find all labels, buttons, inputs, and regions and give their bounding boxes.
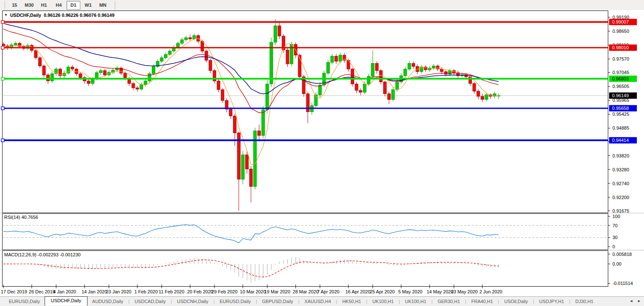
panel-borders	[0, 11, 644, 287]
svg-text:0.92740: 0.92740	[612, 181, 629, 186]
svg-text:23 May 2020: 23 May 2020	[451, 289, 478, 294]
chart-ohlc-values: 0.96126 0.96226 0.96076 0.96149	[44, 13, 114, 18]
rsi-panel: 10070300	[3, 214, 620, 249]
svg-text:7 Apr 2020: 7 Apr 2020	[317, 289, 339, 294]
ma-fast	[3, 39, 498, 165]
tab-uk100-h1[interactable]: UK100,H1	[400, 297, 431, 306]
svg-text:0.97045: 0.97045	[612, 70, 629, 75]
svg-text:11 Feb 2020: 11 Feb 2020	[159, 289, 184, 294]
tab-xauusd-h4[interactable]: XAUUSD,H4	[300, 297, 336, 306]
svg-text:10 Mar 2020: 10 Mar 2020	[240, 289, 266, 294]
svg-text:0.98010: 0.98010	[612, 45, 629, 50]
hline-handle[interactable]	[1, 139, 4, 142]
hline-handle[interactable]	[1, 107, 4, 110]
tab-usdjpy-h1[interactable]: USDJPY,H1	[535, 297, 569, 306]
hline-handle[interactable]	[1, 21, 4, 24]
chevron-down-icon[interactable]: ▼	[4, 13, 8, 17]
macd-axis: 0.0058180.00-0.011514	[608, 252, 633, 286]
price-axis: 0.991900.986500.981100.975700.970450.965…	[608, 15, 637, 213]
tab-dj30-h1[interactable]: DJ30,H1	[571, 297, 598, 306]
svg-text:0: 0	[612, 244, 615, 249]
svg-text:0.93820: 0.93820	[612, 153, 629, 158]
svg-text:0.94414: 0.94414	[612, 138, 629, 143]
symbol-tab-bar: EURUSD,DailyUSDCHF,DailyAUDUSD,Daily|USD…	[0, 296, 644, 306]
chart-canvas: 0.991900.986500.981100.975700.970450.965…	[0, 0, 644, 306]
tab-uk100-h1[interactable]: UK100,H1	[368, 297, 398, 306]
svg-text:14 May 2020: 14 May 2020	[427, 289, 453, 294]
svg-text:4 Jan 2020: 4 Jan 2020	[53, 289, 76, 294]
svg-text:0.005818: 0.005818	[612, 252, 632, 257]
svg-text:0.96149: 0.96149	[612, 93, 629, 98]
svg-text:0.00: 0.00	[612, 261, 621, 266]
svg-text:17 Dec 2019: 17 Dec 2019	[1, 289, 27, 294]
tab-usdchf-daily[interactable]: USDCHF,Daily	[45, 296, 87, 306]
svg-text:0.91675: 0.91675	[612, 208, 629, 213]
rsi-indicator-label: RSI(14) 40.7656	[4, 215, 38, 220]
svg-text:1 Feb 2020: 1 Feb 2020	[134, 289, 158, 294]
tab-fra40-h1[interactable]: FRA40,H1	[466, 297, 497, 306]
moving-averages-layer	[3, 23, 498, 164]
svg-text:29 Feb 2020: 29 Feb 2020	[212, 289, 238, 294]
tab-eurusd-daily[interactable]: EURUSD,Daily	[215, 297, 255, 306]
svg-text:26 Dec 2019: 26 Dec 2019	[29, 289, 55, 294]
svg-text:0.95425: 0.95425	[612, 112, 629, 117]
svg-text:0.95658: 0.95658	[612, 106, 629, 111]
svg-text:2 Jun 2020: 2 Jun 2020	[480, 289, 502, 294]
svg-text:16 Apr 2020: 16 Apr 2020	[345, 289, 370, 294]
tab-usoil-daily[interactable]: USOil,Daily	[500, 297, 533, 306]
tab-scroll-right-icon[interactable]: ►	[637, 299, 641, 303]
rsi-line	[3, 225, 498, 243]
tab-eurusd-daily[interactable]: EURUSD,Daily	[4, 297, 45, 306]
hline-handle[interactable]	[1, 46, 4, 49]
svg-text:5 May 2020: 5 May 2020	[398, 289, 422, 294]
svg-text:28 Mar 2020: 28 Mar 2020	[293, 289, 319, 294]
tab-ger30-h1[interactable]: GER30,H1	[433, 297, 464, 306]
svg-text:14 Jan 2020: 14 Jan 2020	[82, 289, 107, 294]
svg-text:0.96803: 0.96803	[612, 76, 629, 81]
svg-text:0.94885: 0.94885	[612, 125, 629, 130]
svg-text:100: 100	[612, 214, 620, 219]
svg-text:20 Feb 2020: 20 Feb 2020	[187, 289, 213, 294]
ma-slow	[3, 23, 498, 94]
tab-audusd-daily[interactable]: AUDUSD,Daily	[87, 297, 128, 306]
svg-text:0.98650: 0.98650	[612, 29, 629, 34]
svg-text:23 Jan 2020: 23 Jan 2020	[106, 289, 132, 294]
svg-text:30: 30	[612, 235, 617, 240]
chart-symbol: USDCHF,Daily	[10, 13, 41, 18]
svg-text:70: 70	[612, 223, 617, 228]
tab-hk50-h1[interactable]: HK50,H1	[338, 297, 366, 306]
tab-usdcad-daily[interactable]: USDCAD,Daily	[130, 297, 170, 306]
tab-usdcnh-daily[interactable]: USDCNH,Daily	[172, 297, 213, 306]
tab-gbpusd-daily[interactable]: GBPUSD,Daily	[257, 297, 298, 306]
tab-scroll-left-icon[interactable]: ◄	[629, 299, 633, 303]
macd-indicator-label: MACD(12,26,9) -0.002293 -0.001230	[4, 252, 81, 257]
svg-text:0.99007: 0.99007	[612, 19, 629, 24]
svg-text:0.96505: 0.96505	[612, 84, 629, 89]
svg-text:0.93280: 0.93280	[612, 167, 629, 172]
hline-handle[interactable]	[1, 77, 4, 80]
svg-text:-0.011514: -0.011514	[612, 281, 633, 286]
tab-scroll-arrows: ◄►	[629, 299, 641, 303]
svg-text:0.97570: 0.97570	[612, 56, 629, 61]
date-axis: 17 Dec 201926 Dec 20194 Jan 202014 Jan 2…	[1, 285, 502, 294]
macd-panel	[3, 257, 498, 282]
svg-text:19 Mar 2020: 19 Mar 2020	[264, 289, 290, 294]
svg-text:0.92200: 0.92200	[612, 195, 629, 200]
svg-text:25 Apr 2020: 25 Apr 2020	[370, 289, 395, 294]
chart-title: ▼ USDCHF,Daily 0.96126 0.96226 0.96076 0…	[4, 13, 114, 18]
